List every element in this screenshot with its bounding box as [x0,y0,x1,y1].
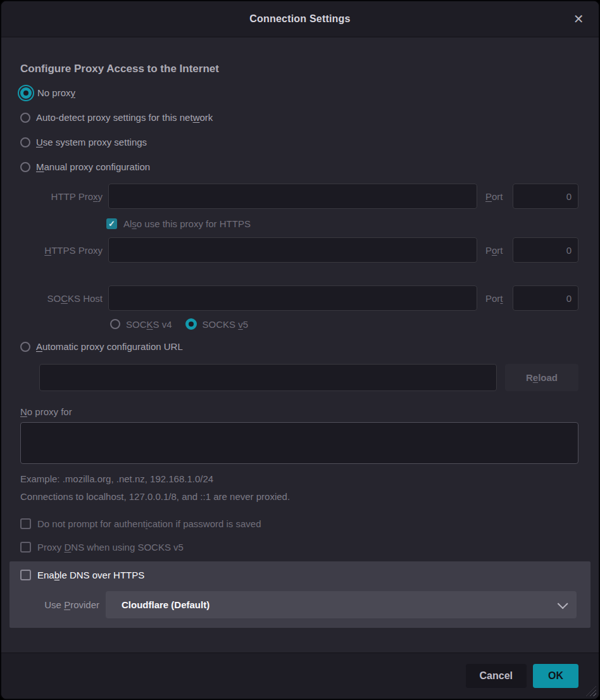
dialog-footer: Cancel OK [1,653,599,699]
socks-host-input[interactable] [108,285,477,311]
cancel-button[interactable]: Cancel [466,664,527,688]
reload-button[interactable]: Reload [505,364,578,391]
https-proxy-row: HTTPS Proxy Port [20,237,578,263]
page-title: Configure Proxy Access to the Internet [20,63,578,75]
selected-provider-value: Cloudflare (Default) [122,599,209,610]
radio-label: Manual proxy configuration [36,161,150,172]
doh-provider-row: Use Provider Cloudflare (Default) [20,591,577,618]
socks-host-row: SOCKS Host Port [20,285,578,311]
checkbox-icon[interactable] [20,518,31,529]
socks-v4-label: SOCKS v4 [126,319,172,330]
radio-label: Use system proxy settings [36,137,147,147]
https-proxy-label: HTTPS Proxy [20,245,104,256]
socks-host-label: SOCKS Host [20,293,104,304]
dialog-title: Connection Settings [249,13,350,25]
https-proxy-input[interactable] [108,237,477,263]
radio-icon[interactable] [20,342,30,352]
use-provider-label: Use Provider [20,599,99,610]
checkbox-icon[interactable] [20,570,31,580]
enable-doh-checkbox-row[interactable]: Enable DNS over HTTPS [20,570,577,580]
checkbox-icon[interactable]: ✓ [106,218,117,229]
ok-button[interactable]: OK [533,664,578,688]
proxy-dns-socks5-checkbox-row[interactable]: Proxy DNS when using SOCKS v5 [20,542,578,553]
no-proxy-for-label: No proxy for [20,406,578,417]
dns-over-https-section: Enable DNS over HTTPS Use Provider Cloud… [9,561,591,628]
radio-label: No proxy [37,87,75,98]
radio-icon[interactable] [20,162,30,172]
no-prompt-auth-checkbox-row[interactable]: Do not prompt for authentication if pass… [20,518,578,529]
radio-icon[interactable] [20,87,32,99]
socks-v5-label: SOCKS v5 [203,319,249,330]
https-port-input[interactable] [513,237,578,263]
http-port-input[interactable] [513,184,578,209]
radio-manual-proxy[interactable]: Manual proxy configuration [20,154,578,179]
radio-label: Auto-detect proxy settings for this netw… [36,112,213,123]
radio-icon[interactable] [20,137,30,147]
checkbox-label: Also use this proxy for HTTPS [123,218,251,229]
localhost-note-text: Connections to localhost, 127.0.0.1/8, a… [20,491,578,502]
also-https-checkbox-row[interactable]: ✓ Also use this proxy for HTTPS [106,218,578,229]
radio-autodetect-proxy[interactable]: Auto-detect proxy settings for this netw… [20,105,578,130]
radio-socks-v5-icon[interactable] [185,318,197,330]
radio-auto-proxy-url[interactable]: Automatic proxy configuration URL [20,334,578,359]
close-icon[interactable]: ✕ [570,10,587,28]
radio-icon[interactable] [20,113,30,123]
socks-version-row: SOCKS v4 SOCKS v5 [106,318,578,330]
radio-no-proxy[interactable]: No proxy [20,80,578,105]
dialog-body: Configure Proxy Access to the Internet N… [1,37,599,653]
radio-socks-v4-icon[interactable] [110,319,120,329]
manual-proxy-section: HTTP Proxy Port ✓ Also use this proxy fo… [20,184,578,330]
https-port-label: Port [482,245,508,256]
dialog-titlebar: Connection Settings ✕ [1,1,599,37]
connection-settings-dialog: Connection Settings ✕ Configure Proxy Ac… [0,0,600,700]
radio-label: Automatic proxy configuration URL [36,341,183,352]
checkbox-label: Do not prompt for authentication if pass… [37,518,261,529]
http-port-label: Port [482,191,508,202]
http-proxy-input[interactable] [108,184,477,209]
checkbox-icon[interactable] [20,542,31,553]
http-proxy-label: HTTP Proxy [20,191,104,202]
socks-port-input[interactable] [513,285,578,311]
no-proxy-for-textarea[interactable] [20,422,578,464]
resize-grip[interactable] [586,686,596,696]
auto-proxy-url-row: Reload [39,364,578,391]
chevron-down-icon [558,598,568,609]
checkbox-label: Proxy DNS when using SOCKS v5 [37,542,184,553]
checkbox-label: Enable DNS over HTTPS [37,570,144,580]
doh-provider-select[interactable]: Cloudflare (Default) [106,591,577,618]
no-proxy-example-text: Example: .mozilla.org, .net.nz, 192.168.… [20,473,578,484]
radio-system-proxy[interactable]: Use system proxy settings [20,130,578,154]
http-proxy-row: HTTP Proxy Port [20,184,578,209]
socks-port-label: Port [482,293,508,304]
proxy-url-input[interactable] [39,364,497,391]
